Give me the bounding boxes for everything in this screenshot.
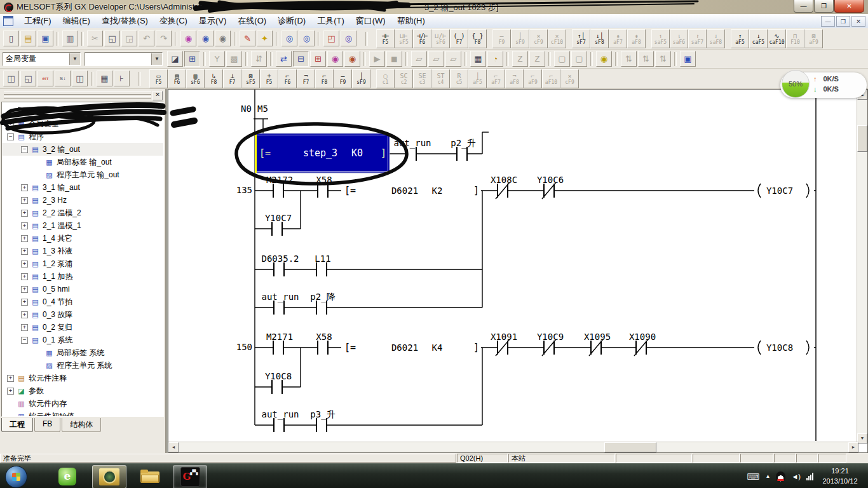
speaker-icon[interactable]: ◄)	[791, 473, 801, 480]
ladder-key-sF9[interactable]: │sF9	[511, 29, 529, 48]
ladder-contact-no[interactable]: aut_run	[261, 292, 299, 315]
paste-icon[interactable]: ◲	[121, 30, 137, 46]
ladder-contact-no[interactable]: L11	[315, 254, 330, 276]
tree-item[interactable]: −▤0_1 系统	[2, 334, 163, 346]
taskbar-app-explorer[interactable]	[133, 465, 166, 487]
window-jump2-icon[interactable]: ▢	[571, 51, 587, 67]
ladder-key-F7[interactable]: ¬F7	[297, 69, 315, 88]
tree-item[interactable]: +▤0_5 hmi	[2, 283, 163, 295]
ladder-canvas[interactable]: N0M5[=step_3K0]aut_runp2_升135M2172X58[=D…	[168, 90, 858, 444]
taskbar-app-gold-badge[interactable]	[92, 465, 126, 488]
ladder-key-sF7[interactable]: ↑│sF7	[572, 29, 590, 48]
redo-icon[interactable]: ↷	[156, 30, 172, 46]
ladder-key-sF6[interactable]: ⊔/⊢sF6	[431, 29, 450, 48]
tree-display-icon[interactable]: ⊟	[293, 51, 309, 67]
tree-expander[interactable]: +	[21, 184, 28, 191]
tree-expander[interactable]: +	[21, 197, 28, 204]
menu-5[interactable]: 显示(V)	[193, 14, 232, 28]
find-contact-coil-icon[interactable]: ◉	[596, 51, 612, 67]
tree-item[interactable]: +▤1_2 泵浦	[2, 257, 163, 270]
ladder-coil[interactable]: Y10C8	[754, 341, 814, 355]
vertical-scroll-thumb[interactable]	[857, 125, 867, 152]
tree-item[interactable]: ▨程序主单元 输_out	[2, 168, 163, 181]
ladder-key-F9[interactable]: —F9	[334, 69, 352, 88]
tree-expander[interactable]: −	[21, 337, 28, 344]
tree-item[interactable]: ▨程序主单元 系统	[2, 359, 163, 372]
selected-instruction-cell[interactable]: [=step_3K0]	[255, 133, 390, 173]
tree-item[interactable]: +▤0_3 故障	[2, 308, 163, 321]
tree-expander[interactable]: +	[21, 299, 28, 306]
ladder-coil[interactable]: Y10C7	[754, 184, 814, 198]
program-check-icon[interactable]: ◪	[167, 51, 183, 67]
tree-item[interactable]: −▤程序	[2, 130, 163, 143]
ladder-key-F8[interactable]: ⌐F8	[315, 69, 334, 88]
tree-item[interactable]: ▦局部标签 系统	[2, 346, 163, 359]
device-combobox[interactable]: ▼	[85, 52, 163, 66]
menu-6[interactable]: 在线(O)	[232, 14, 272, 28]
tree-item[interactable]: ▥软元件初始值	[2, 410, 163, 417]
ladder-contact-no[interactable]: aut_run	[393, 138, 431, 161]
ladder-contact-nc[interactable]: X1095	[584, 332, 611, 356]
ladder-contact-nc[interactable]: X1090	[629, 332, 656, 356]
window-cascade-icon[interactable]: ◱	[20, 71, 36, 86]
ladder-key-F5[interactable]: +F5	[260, 69, 278, 88]
ladder-key-aF5[interactable]: │aF5	[468, 69, 487, 88]
tree-item[interactable]: ▥软元件内存	[2, 397, 163, 410]
ladder-key-sF5[interactable]: ⊠sF5	[241, 69, 260, 88]
start-button[interactable]	[5, 466, 27, 488]
taskbar-app-gx-developer[interactable]: G▞▚	[173, 465, 207, 488]
tree-item[interactable]: +▤0_4 节拍	[2, 295, 163, 308]
scroll-left-icon[interactable]: ◄	[168, 442, 179, 452]
tree-item[interactable]: +▦全局变量	[2, 118, 163, 130]
keyboard-tray-icon[interactable]: ⌨	[747, 471, 759, 482]
ladder-key-aF8[interactable]: ⇟aF8	[627, 29, 646, 48]
find-device-icon[interactable]: ◉	[180, 30, 196, 46]
tree-expander[interactable]: +	[7, 121, 14, 128]
ladder-key-saF6[interactable]: ⇂saF6	[670, 29, 688, 48]
ladder-key-c5[interactable]: Rc5	[450, 69, 468, 88]
vertical-scrollbar[interactable]: ▲ ▼	[857, 90, 867, 444]
ladder-key-F5[interactable]: ⊣⊢F5	[376, 29, 395, 48]
ladder-key-F9[interactable]: —F9	[492, 29, 511, 48]
ladder-contact-nc[interactable]: Y10C6	[537, 175, 564, 199]
navigate-tree-icon[interactable]: ⊞	[184, 51, 200, 67]
menu-8[interactable]: 工具(T)	[311, 14, 350, 28]
taskbar-clock[interactable]: 19:21 2013/10/12	[815, 466, 865, 486]
tree-item[interactable]: −▤3_2 输_out	[2, 143, 163, 156]
trace-3-icon[interactable]: ▱	[445, 51, 461, 67]
memory-ball-indicator[interactable]: 50%	[782, 70, 810, 98]
comment-display-icon[interactable]: ◰	[323, 30, 339, 46]
device-test-icon[interactable]: ✦	[257, 30, 273, 46]
find-string-icon[interactable]: ◉	[215, 30, 231, 46]
ladder-key-cF9[interactable]: ✕cF9	[560, 69, 579, 88]
crossref-window-icon[interactable]: ▦	[97, 71, 112, 86]
scroll-down-ic[interactable]: ▼	[857, 433, 867, 444]
ladder-key-c4[interactable]: STc4	[431, 69, 450, 88]
hidden-icons-chevron[interactable]: ▲	[766, 473, 771, 479]
tree-item[interactable]: +▤1_4 其它	[2, 232, 163, 245]
ladder-contact-no[interactable]: D6035.2	[261, 254, 299, 276]
ladder-key-sF5[interactable]: ⊔⊢sF5	[395, 29, 413, 48]
tree-item[interactable]: +▤2_1 温模_1	[2, 219, 163, 232]
tree-item[interactable]: +▤1_1 加热	[2, 270, 163, 283]
menu-1[interactable]: 工程(F)	[18, 14, 57, 28]
ladder-key-sF6[interactable]: ▥sF6	[186, 69, 205, 88]
tree-item[interactable]: +▤2_2 温模_2	[2, 207, 163, 219]
ladder-key-c2[interactable]: SCc2	[395, 69, 413, 88]
find-replace-icon[interactable]: ◉	[198, 30, 214, 46]
sort-z1-icon[interactable]: Z	[512, 51, 528, 67]
sidebar-tab-1[interactable]: 工程	[1, 418, 33, 432]
device-replace-icon[interactable]: ◉	[344, 51, 360, 67]
trace-1-icon[interactable]: ▱	[411, 51, 427, 67]
ladder-key-aF10[interactable]: ⌐aF10	[542, 69, 560, 88]
panel-close-icon[interactable]: ✕	[153, 91, 163, 100]
mdi-close-button[interactable]: ✕	[851, 16, 865, 27]
tree-expander[interactable]: +	[21, 235, 28, 242]
mdi-restore-button[interactable]: ❐	[836, 16, 850, 27]
ladder-contact-no[interactable]: p3_升	[310, 409, 335, 432]
ladder-key-sF8[interactable]: ↓│sF8	[590, 29, 609, 48]
tree-expander[interactable]: +	[21, 261, 28, 268]
tree-expander[interactable]: +	[21, 222, 28, 229]
monitor-stop-icon[interactable]: ◼	[386, 51, 402, 67]
ladder-key-F7[interactable]: ( )F7	[450, 29, 468, 48]
